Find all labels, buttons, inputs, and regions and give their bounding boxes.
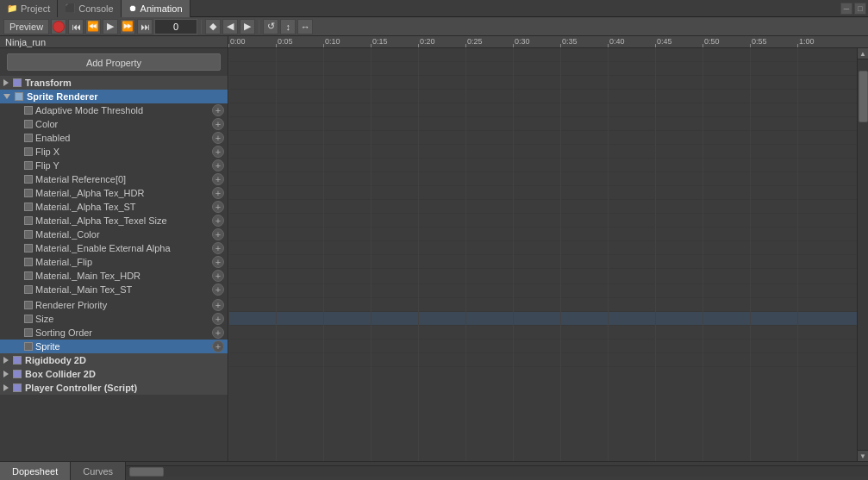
property-item-7[interactable]: Material Reference[0]+	[0, 172, 228, 186]
step-start-button[interactable]: ⏮	[68, 19, 84, 34]
step-end-button[interactable]: ⏭	[137, 19, 153, 34]
timeline-row-19[interactable]	[228, 298, 868, 312]
add-keyframe-button-18[interactable]: +	[212, 313, 224, 325]
property-item-22[interactable]: Box Collider 2D	[0, 367, 228, 381]
next-keyframe-button[interactable]: ▶	[240, 19, 255, 34]
timeline-row-6[interactable]	[228, 131, 868, 145]
timeline-row-4[interactable]	[228, 103, 868, 117]
timeline-row-15[interactable]	[228, 255, 868, 269]
property-label-3: Color	[35, 119, 228, 129]
timeline-row-3[interactable]	[228, 90, 868, 103]
add-keyframe-button-12[interactable]: +	[212, 242, 224, 254]
property-item-12[interactable]: Material._Enable External Alpha+	[0, 241, 228, 255]
property-item-19[interactable]: Sorting Order+	[0, 326, 228, 340]
timeline-row-11[interactable]	[228, 200, 868, 214]
maximize-button[interactable]: □	[854, 3, 866, 15]
timeline-row-2[interactable]	[228, 76, 868, 90]
timeline-row-12[interactable]	[228, 214, 868, 228]
timeline-row-20[interactable]	[228, 312, 868, 326]
property-label-20: Sprite	[35, 341, 228, 352]
property-item-8[interactable]: Material._Alpha Tex_HDR+	[0, 186, 228, 200]
property-item-15[interactable]: Material._Main Tex_ST+	[0, 283, 228, 296]
property-item-18[interactable]: Size+	[0, 312, 228, 326]
timeline-row-1[interactable]	[228, 62, 868, 76]
loop-button[interactable]: ↺	[263, 19, 278, 34]
timeline-row-22[interactable]	[228, 340, 868, 353]
property-item-11[interactable]: Material._Color+	[0, 228, 228, 241]
scroll-thumb[interactable]	[859, 71, 868, 122]
add-keyframe-button-11[interactable]: +	[212, 228, 224, 240]
add-keyframe-button-2[interactable]: +	[212, 104, 224, 116]
step-back-button[interactable]: ⏪	[85, 19, 101, 34]
timeline-row-9[interactable]	[228, 172, 868, 186]
tab-dopesheet[interactable]: Dopesheet	[0, 462, 71, 481]
scroll-down-button[interactable]: ▼	[858, 450, 869, 461]
property-item-3[interactable]: Color+	[0, 117, 228, 131]
record-button[interactable]	[51, 19, 66, 34]
minimize-button[interactable]: ─	[840, 3, 852, 15]
add-keyframe-button-6[interactable]: +	[212, 159, 224, 171]
insert-button[interactable]: ↔	[297, 19, 313, 34]
add-keyframe-button-5[interactable]: +	[212, 146, 224, 158]
property-item-20[interactable]: Sprite+	[0, 340, 228, 353]
timeline-row-23[interactable]	[228, 353, 868, 367]
timeline-row-8[interactable]	[228, 159, 868, 172]
add-keyframe-button-19[interactable]: +	[212, 327, 224, 339]
play-button[interactable]: ▶	[103, 19, 118, 34]
timeline-row-14[interactable]	[228, 241, 868, 255]
prev-keyframe-button[interactable]: ◀	[222, 19, 238, 34]
property-item-17[interactable]: Renderer Priority+	[0, 298, 228, 312]
tab-animation-label: Animation	[141, 3, 183, 14]
add-keyframe-button-3[interactable]: +	[212, 118, 224, 130]
property-item-5[interactable]: Flip X+	[0, 145, 228, 159]
add-property-button[interactable]: Add Property	[7, 53, 221, 71]
scroll-up-button[interactable]: ▲	[858, 48, 869, 59]
property-item-14[interactable]: Material._Main Tex_HDR+	[0, 269, 228, 283]
timeline-row-10[interactable]	[228, 186, 868, 200]
add-keyframe-button-7[interactable]: +	[212, 173, 224, 185]
add-keyframe-button-13[interactable]: +	[212, 256, 224, 268]
add-keyframe-button-20[interactable]: +	[212, 340, 224, 352]
add-keyframe-button-14[interactable]: +	[212, 270, 224, 282]
property-item-2[interactable]: Adaptive Mode Threshold+	[0, 103, 228, 117]
tab-curves[interactable]: Curves	[71, 462, 126, 481]
timeline-row-21[interactable]	[228, 326, 868, 340]
timeline-row-7[interactable]	[228, 145, 868, 159]
property-label-1: Sprite Renderer	[27, 91, 228, 102]
tab-animation[interactable]: ⏺ Animation	[122, 0, 190, 17]
h-scroll-thumb[interactable]	[129, 467, 164, 477]
property-item-4[interactable]: Enabled+	[0, 131, 228, 145]
timeline-row-17[interactable]	[228, 271, 868, 284]
timeline-row-13[interactable]	[228, 228, 868, 241]
add-keyframe-button-17[interactable]: +	[212, 299, 224, 311]
property-type-icon-3	[24, 120, 33, 128]
toolbar-separator-1	[201, 20, 202, 34]
add-keyframe-button-9[interactable]: +	[212, 201, 224, 213]
property-item-1[interactable]: Sprite Renderer	[0, 90, 228, 103]
keyframe-button[interactable]: ◆	[205, 19, 221, 34]
property-label-4: Enabled	[35, 133, 228, 143]
tab-project[interactable]: 📁 Project	[0, 0, 58, 17]
add-keyframe-button-4[interactable]: +	[212, 132, 224, 144]
step-forward-button[interactable]: ⏩	[120, 19, 135, 34]
property-item-13[interactable]: Material._Flip+	[0, 255, 228, 269]
time-input[interactable]	[154, 19, 197, 34]
property-item-6[interactable]: Flip Y+	[0, 159, 228, 172]
timeline-row-5[interactable]	[228, 117, 868, 131]
add-keyframe-button-15[interactable]: +	[212, 284, 224, 296]
timeline-row-18[interactable]	[228, 284, 868, 298]
property-item-9[interactable]: Material._Alpha Tex_ST+	[0, 200, 228, 214]
ruler-content: 0:000:050:100:150:200:250:300:350:400:45…	[228, 36, 868, 47]
horizontal-scrollbar[interactable]	[126, 465, 868, 477]
tab-console[interactable]: ⬛ Console	[58, 0, 121, 17]
ripple-button[interactable]: ↕	[280, 19, 296, 34]
preview-button[interactable]: Preview	[3, 19, 49, 34]
add-keyframe-button-8[interactable]: +	[212, 187, 224, 199]
property-item-0[interactable]: Transform	[0, 76, 228, 90]
property-item-23[interactable]: Player Controller (Script)	[0, 381, 228, 395]
add-keyframe-button-10[interactable]: +	[212, 215, 224, 227]
property-label-22: Box Collider 2D	[25, 369, 228, 379]
property-item-10[interactable]: Material._Alpha Tex_Texel Size+	[0, 214, 228, 228]
timeline-row-0[interactable]	[228, 48, 868, 62]
property-item-21[interactable]: Rigidbody 2D	[0, 353, 228, 367]
